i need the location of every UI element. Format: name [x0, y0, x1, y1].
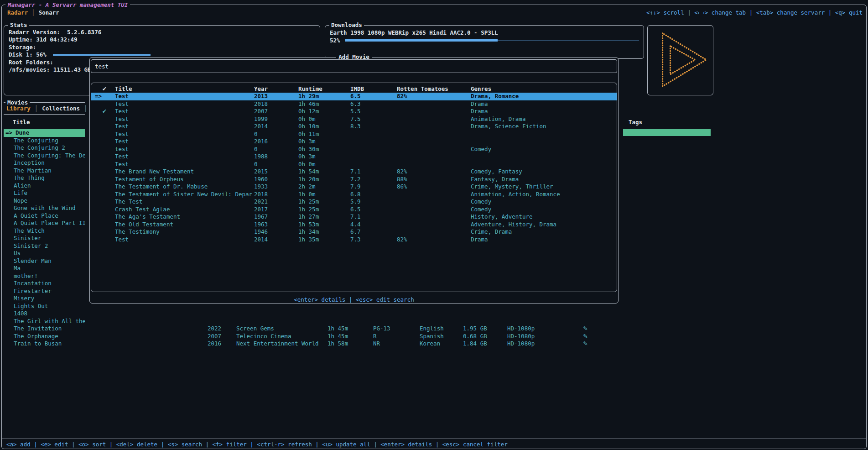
movie-list-item[interactable]: Misery [4, 295, 85, 303]
cell-studio: Screen Gems [236, 325, 274, 332]
search-result-row[interactable]: The Testament of Dr. Mabuse19332h 2m7.98… [91, 183, 617, 191]
movie-list-item[interactable]: A Quiet Place Part II [4, 220, 85, 227]
tab-library[interactable]: Library [6, 105, 31, 112]
library-table-row[interactable]: 2022Screen Gems1h 45mPG-13English1.95 GB… [87, 325, 712, 332]
cell-genres [471, 161, 617, 168]
cell-imdb: 5.9 [350, 198, 397, 206]
search-result-row[interactable]: The Test20211h 25m5.9Comedy [91, 198, 617, 206]
cell-title: The Aga's Testament [115, 213, 254, 221]
movie-list-item[interactable]: 1408 [4, 310, 85, 318]
search-result-row[interactable]: Test19880h 3m [91, 153, 617, 161]
cell-genres: Drama, Science Fiction [471, 123, 617, 131]
search-result-row[interactable]: test00h 30mComedy [91, 146, 617, 153]
search-result-row[interactable]: The Testimony19461h 34m6.7Crime, Drama [91, 228, 617, 236]
movie-title: Train to Busan [14, 340, 62, 347]
movie-list-item[interactable]: The Thing [4, 174, 85, 182]
movie-list-item[interactable]: The Orphanage [4, 333, 85, 340]
keybind-help-footer: <a> add | <e> edit | <o> sort | <del> de… [6, 441, 508, 448]
cell-year: 1933 [254, 183, 298, 191]
search-result-row[interactable]: Test00h 0m [91, 161, 617, 168]
cell-genres: Crime, Drama [471, 228, 617, 236]
in-library-check-icon: ✔ [94, 108, 115, 115]
movie-list-item[interactable]: Gone with the Wind [4, 204, 85, 212]
movie-list-item[interactable]: Sinister 2 [4, 242, 85, 250]
search-result-row[interactable]: The Brand New Testament20151h 54m7.182%C… [91, 168, 617, 176]
add-movie-modal: Add Movie test ✔ Title Year Runtime IMDB… [89, 57, 619, 303]
cell-runtime: 0h 12m [298, 108, 350, 115]
cell-runtime: 1h 25m [298, 198, 350, 206]
search-result-row[interactable]: ✔Test20070h 12m5.5Drama [91, 108, 617, 115]
search-result-row[interactable]: The Testament of Sister New Devil: Depar… [91, 191, 617, 199]
cell-imdb: 7.5 [350, 115, 397, 123]
cell-rotten-tomatoes [397, 108, 471, 115]
gauge-fill [345, 39, 498, 42]
movie-list-item[interactable]: Sinister [4, 235, 85, 242]
monitored-icon: ✎ [583, 325, 587, 332]
cell-title: The Testament of Sister New Devil: Depar [115, 191, 254, 199]
tab-separator: │ [31, 9, 35, 16]
cell-runtime: 1h 58m [327, 340, 348, 347]
movie-title: The Witch [14, 227, 45, 234]
movie-list-item[interactable]: mother! [4, 272, 85, 280]
cell-year: 1967 [254, 213, 298, 221]
cell-imdb: 6.5 [350, 206, 397, 214]
download-percent-label: 52% [330, 37, 340, 44]
tab-collections[interactable]: Collections [42, 105, 80, 112]
row-marker [94, 228, 115, 236]
search-result-row[interactable]: Test20181h 46m6.3Drama [91, 100, 617, 108]
cell-rotten-tomatoes [397, 138, 471, 146]
library-table-row[interactable]: 2016Next Entertainment World1h 58mNRKore… [87, 340, 712, 347]
cell-runtime: 0h 30m [298, 146, 350, 153]
monitored-icon: ✎ [583, 340, 587, 347]
cell-rotten-tomatoes [397, 228, 471, 236]
movie-list-item[interactable]: The Conjuring [4, 137, 85, 145]
row-marker [94, 123, 115, 131]
search-result-row[interactable]: =>Test20131h 29m6.582%Drama, Romance [91, 93, 617, 100]
search-result-row[interactable]: Test20141h 35m7.382%Drama [91, 236, 617, 244]
search-result-row[interactable]: Crash Test Aglae20171h 25m6.5Comedy [91, 206, 617, 214]
movie-list-item[interactable]: Inception [4, 159, 85, 167]
tab-radarr[interactable]: Radarr [7, 9, 28, 16]
movie-list-item[interactable]: Firestarter [4, 288, 85, 295]
movie-list-item[interactable]: =>Dune [4, 129, 85, 137]
search-result-row[interactable]: Test20140h 10m8.3Drama, Science Fiction [91, 123, 617, 131]
cell-imdb: 6.3 [350, 100, 397, 108]
movie-list-item[interactable]: Incantation [4, 280, 85, 288]
cell-rotten-tomatoes [397, 206, 471, 214]
movie-list-item[interactable]: The Invitation [4, 325, 85, 333]
movie-list-item[interactable]: Ma [4, 265, 85, 272]
search-result-row[interactable]: Test20160h 3m [91, 138, 617, 146]
cell-rotten-tomatoes: 82% [397, 236, 471, 244]
library-tags-header: Tags [629, 119, 642, 126]
movie-list-item[interactable]: The Witch [4, 227, 85, 235]
cell-language: English [420, 325, 444, 332]
movie-list-item[interactable]: The Girl with All the [4, 318, 85, 325]
movie-list-item[interactable]: Life [4, 189, 85, 197]
column-header-rotten-tomatoes: Rotten Tomatoes [397, 85, 471, 93]
stats-storage-label: Storage: [9, 44, 315, 51]
movie-list-item[interactable]: The Conjuring: The De [4, 152, 85, 160]
cell-year: 0 [254, 146, 298, 153]
cell-imdb [350, 131, 397, 138]
cell-runtime: 1h 45m [327, 325, 348, 332]
movie-list-item[interactable]: Slender Man [4, 257, 85, 265]
search-result-row[interactable]: The Old Testament19631h 53m4.4Adventure,… [91, 221, 617, 229]
movie-list-item[interactable]: A Quiet Place [4, 212, 85, 220]
cell-size: 1.84 GB [463, 340, 487, 347]
library-table-row[interactable]: 2007Telecinco Cinema1h 45mRSpanish0.68 G… [87, 333, 712, 340]
movies-tabbar-underline [4, 114, 85, 115]
search-result-row[interactable]: The Aga's Testament19671h 27m7.1History,… [91, 213, 617, 221]
movie-list-item[interactable]: Train to Busan [4, 340, 85, 348]
search-result-row[interactable]: Test00h 11m [91, 131, 617, 138]
search-result-row[interactable]: Test19990h 0m7.5Animation, Drama [91, 115, 617, 123]
movie-list-item[interactable]: Alien [4, 182, 85, 190]
search-result-row[interactable]: Testament of Orpheus19601h 20m7.288%Fant… [91, 176, 617, 183]
movie-title: Us [14, 250, 21, 256]
tab-sonarr[interactable]: Sonarr [39, 9, 59, 16]
movie-list-item[interactable]: Nope [4, 197, 85, 205]
movie-list-item[interactable]: The Martian [4, 167, 85, 175]
movie-list-item[interactable]: Lights Out [4, 303, 85, 310]
movie-search-input[interactable]: test [91, 59, 617, 73]
movie-list-item[interactable]: Us [4, 250, 85, 257]
movie-list-item[interactable]: The Conjuring 2 [4, 144, 85, 152]
